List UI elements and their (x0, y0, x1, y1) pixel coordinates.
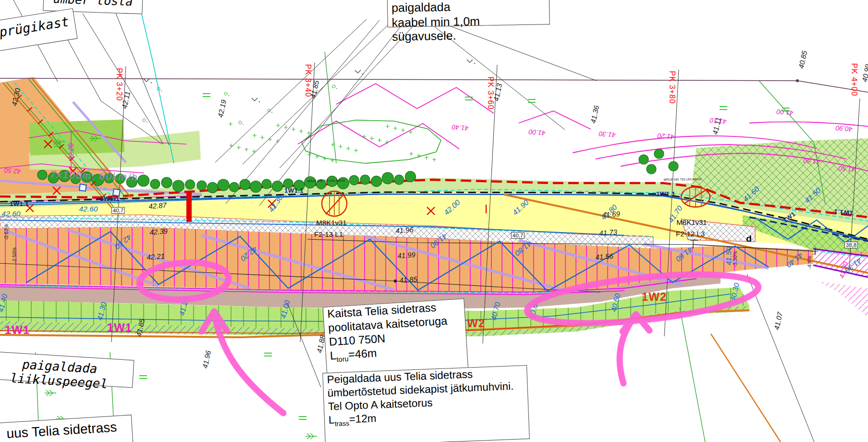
callout-peigaldada: Peigaldada uus Telia sidetrass ümbertõst… (322, 365, 530, 442)
site-plan-drawing: PK 3+20PK 3+40PK 3+60PK 3+80PK 4+0042.30… (0, 0, 868, 442)
callout-line: kaabel min 1,0m sügavusele. (388, 12, 550, 44)
callout-text: ümber tõsta (44, 0, 143, 10)
crossing-bar (186, 191, 192, 222)
terrain-surfaces (0, 77, 868, 336)
callout-text: uus Telia sidetrass (0, 418, 132, 442)
callout-kaitsta-telia: Kaitsta Telia sidetrass poolitatava kait… (323, 298, 469, 379)
callout-tram: TRAM maaüksusel paigaldada kaabel min 1,… (387, 0, 550, 27)
